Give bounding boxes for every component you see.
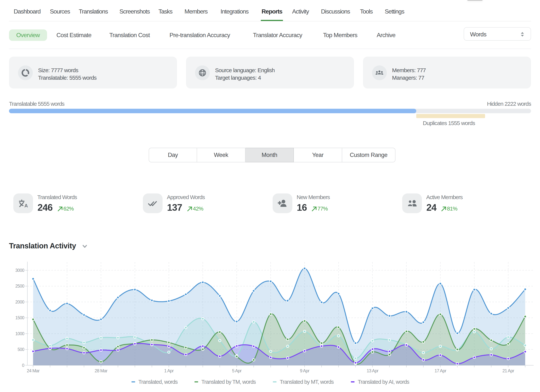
svg-text:13 Apr: 13 Apr <box>367 368 378 373</box>
svg-text:1000: 1000 <box>15 331 24 336</box>
svg-text:2500: 2500 <box>15 284 24 288</box>
svg-text:3000: 3000 <box>15 268 24 273</box>
svg-text:9 Apr: 9 Apr <box>300 368 309 373</box>
svg-text:0: 0 <box>22 363 24 368</box>
svg-text:5 Apr: 5 Apr <box>232 368 241 373</box>
svg-text:500: 500 <box>18 347 24 352</box>
svg-text:24 Mar: 24 Mar <box>27 368 40 373</box>
svg-text:1500: 1500 <box>15 315 24 320</box>
svg-text:1 Apr: 1 Apr <box>164 368 174 373</box>
svg-text:17 Apr: 17 Apr <box>435 368 446 373</box>
svg-text:28 Mar: 28 Mar <box>95 368 108 373</box>
svg-text:2000: 2000 <box>15 300 24 304</box>
svg-text:21 Apr: 21 Apr <box>502 368 514 373</box>
